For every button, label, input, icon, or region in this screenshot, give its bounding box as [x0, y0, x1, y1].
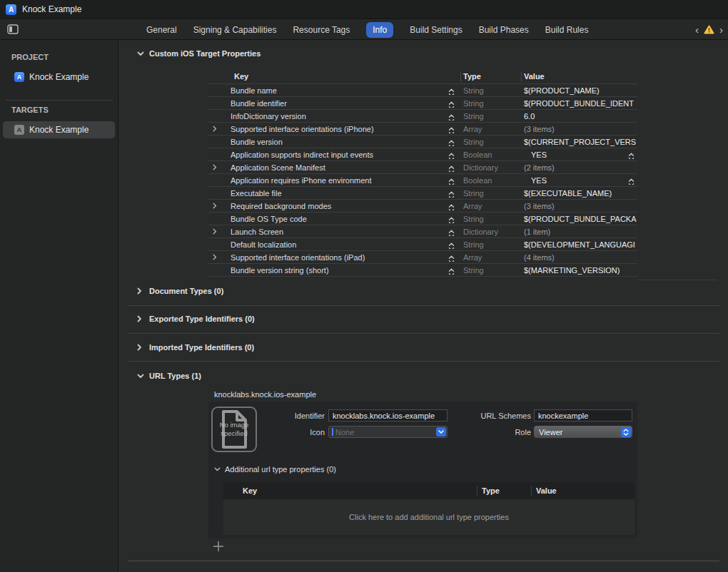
- disclosure-chevron-icon[interactable]: [213, 203, 223, 209]
- role-popup-button[interactable]: Viewer: [534, 426, 632, 438]
- property-row[interactable]: Required background modesArray(3 items): [208, 200, 637, 213]
- icon-label: Icon: [280, 428, 325, 436]
- property-value-cell[interactable]: $(DEVELOPMENT_LANGUAGI: [521, 240, 637, 249]
- property-value-cell[interactable]: (4 items): [521, 253, 637, 262]
- property-row[interactable]: Application Scene ManifestDictionary(2 i…: [208, 161, 637, 174]
- key-stepper-icon[interactable]: [448, 101, 455, 108]
- property-type-cell[interactable]: Boolean: [460, 176, 521, 185]
- disclosure-chevron-icon[interactable]: [213, 126, 223, 132]
- chevron-right-icon: [137, 287, 144, 295]
- property-value-cell[interactable]: (3 items): [521, 202, 637, 210]
- property-type-cell[interactable]: Array: [460, 125, 521, 133]
- property-row[interactable]: Supported interface orientations (iPad)A…: [208, 251, 637, 264]
- property-value-cell[interactable]: $(PRODUCT_BUNDLE_IDENT: [521, 99, 637, 108]
- key-stepper-icon[interactable]: [448, 230, 455, 236]
- key-stepper-icon[interactable]: [448, 140, 455, 146]
- back-chevron-icon[interactable]: ‹: [695, 24, 699, 35]
- property-type-cell[interactable]: String: [460, 240, 521, 249]
- property-type-cell[interactable]: Dictionary: [460, 228, 521, 236]
- warning-icon[interactable]: [704, 25, 714, 34]
- property-type-cell[interactable]: Array: [460, 253, 521, 262]
- tab-resource-tags[interactable]: Resource Tags: [293, 22, 350, 38]
- property-value-cell[interactable]: $(PRODUCT_BUNDLE_PACKA: [521, 215, 637, 223]
- tab-signing-capabilities[interactable]: Signing & Capabilities: [193, 22, 277, 38]
- section-imported-type-identifiers[interactable]: Imported Type Identifiers (0): [137, 343, 254, 352]
- url-type-item-title: knocklabs.knock.ios-example: [214, 390, 316, 399]
- tab-build-settings[interactable]: Build Settings: [410, 22, 462, 38]
- property-key-label: Application supports indirect input even…: [231, 150, 373, 159]
- disclosure-chevron-icon[interactable]: [213, 228, 223, 235]
- key-stepper-icon[interactable]: [448, 178, 455, 185]
- property-row[interactable]: InfoDictionary versionString6.0: [208, 110, 637, 123]
- key-stepper-icon[interactable]: [448, 242, 455, 249]
- property-row[interactable]: Bundle nameString$(PRODUCT_NAME): [208, 84, 637, 97]
- property-type-cell[interactable]: String: [460, 138, 521, 146]
- property-value-cell[interactable]: YES: [521, 150, 637, 159]
- property-type-cell[interactable]: String: [460, 215, 521, 223]
- sidebar-item-target[interactable]: A Knock Example: [3, 121, 115, 138]
- tab-general[interactable]: General: [146, 22, 177, 38]
- tab-info[interactable]: Info: [366, 22, 393, 38]
- key-stepper-icon[interactable]: [448, 127, 455, 133]
- property-type-cell[interactable]: String: [460, 266, 521, 275]
- property-type-cell[interactable]: String: [460, 189, 521, 198]
- property-type-cell[interactable]: String: [460, 86, 521, 95]
- combo-dropdown-button[interactable]: [436, 427, 446, 436]
- property-type-cell[interactable]: Dictionary: [460, 163, 521, 172]
- property-row[interactable]: Bundle identifierString$(PRODUCT_BUNDLE_…: [208, 97, 637, 110]
- tab-build-phases[interactable]: Build Phases: [479, 22, 529, 38]
- property-type-cell[interactable]: String: [460, 99, 521, 108]
- property-value-cell[interactable]: (2 items): [521, 163, 637, 172]
- property-row[interactable]: Supported interface orientations (iPhone…: [208, 123, 637, 136]
- property-row[interactable]: Executable fileString$(EXECUTABLE_NAME): [208, 187, 637, 200]
- identifier-field[interactable]: knocklabs.knock.ios-example: [328, 409, 448, 422]
- icon-combo-box[interactable]: None: [328, 426, 448, 438]
- property-row[interactable]: Application requires iPhone environmentB…: [208, 174, 637, 187]
- key-stepper-icon[interactable]: [448, 165, 455, 172]
- property-type-cell[interactable]: String: [460, 112, 521, 121]
- property-value-cell[interactable]: $(MARKETING_VERSION): [521, 266, 637, 275]
- key-stepper-icon[interactable]: [448, 114, 455, 121]
- additional-table-empty-area[interactable]: Click here to add additional url type pr…: [223, 499, 635, 535]
- key-stepper-icon[interactable]: [448, 268, 455, 275]
- disclosure-chevron-icon[interactable]: [213, 254, 223, 260]
- key-stepper-icon[interactable]: [448, 153, 455, 159]
- property-type-cell[interactable]: Array: [460, 202, 521, 210]
- boolean-stepper-icon[interactable]: [628, 178, 635, 185]
- text-cursor: [332, 428, 333, 436]
- property-row[interactable]: Bundle version string (short)String$(MAR…: [208, 264, 637, 277]
- key-stepper-icon[interactable]: [448, 191, 455, 198]
- url-type-image-well[interactable]: No image specified: [211, 407, 257, 452]
- section-document-types[interactable]: Document Types (0): [137, 287, 223, 295]
- property-value-cell[interactable]: YES: [521, 176, 637, 185]
- boolean-stepper-icon[interactable]: [628, 153, 635, 159]
- key-stepper-icon[interactable]: [448, 217, 455, 223]
- key-stepper-icon[interactable]: [448, 88, 455, 95]
- property-row[interactable]: Default localizationString$(DEVELOPMENT_…: [208, 238, 637, 251]
- property-row[interactable]: Application supports indirect input even…: [208, 148, 637, 161]
- property-value-cell[interactable]: 6.0: [521, 112, 637, 121]
- forward-chevron-icon[interactable]: ›: [719, 24, 723, 35]
- property-row[interactable]: Bundle versionString$(CURRENT_PROJECT_VE…: [208, 136, 637, 148]
- property-row[interactable]: Bundle OS Type codeString$(PRODUCT_BUNDL…: [208, 213, 637, 225]
- tab-build-rules[interactable]: Build Rules: [545, 22, 589, 38]
- section-exported-type-identifiers[interactable]: Exported Type Identifiers (0): [137, 315, 255, 323]
- additional-url-properties-header[interactable]: Additional url type properties (0): [214, 465, 336, 474]
- sidebar-item-project[interactable]: A Knock Example: [3, 68, 115, 86]
- property-row[interactable]: Launch ScreenDictionary(1 item): [208, 225, 637, 238]
- key-stepper-icon[interactable]: [448, 255, 455, 262]
- property-type-cell[interactable]: Boolean: [460, 150, 521, 159]
- section-custom-ios-target-properties[interactable]: Custom iOS Target Properties: [137, 49, 261, 58]
- url-schemes-field[interactable]: knockexample: [534, 409, 632, 422]
- sidebar-toggle-icon[interactable]: [7, 24, 19, 34]
- section-url-types[interactable]: URL Types (1): [137, 372, 201, 380]
- property-value-cell[interactable]: $(PRODUCT_NAME): [521, 86, 637, 95]
- add-url-type-button[interactable]: [213, 541, 224, 552]
- property-value-cell[interactable]: (3 items): [521, 125, 637, 133]
- target-item-label: Knock Example: [29, 125, 89, 135]
- property-value-cell[interactable]: $(EXECUTABLE_NAME): [521, 189, 637, 198]
- property-value-cell[interactable]: $(CURRENT_PROJECT_VERS: [521, 138, 637, 146]
- property-value-cell[interactable]: (1 item): [521, 228, 637, 236]
- disclosure-chevron-icon[interactable]: [213, 164, 223, 170]
- key-stepper-icon[interactable]: [448, 204, 455, 210]
